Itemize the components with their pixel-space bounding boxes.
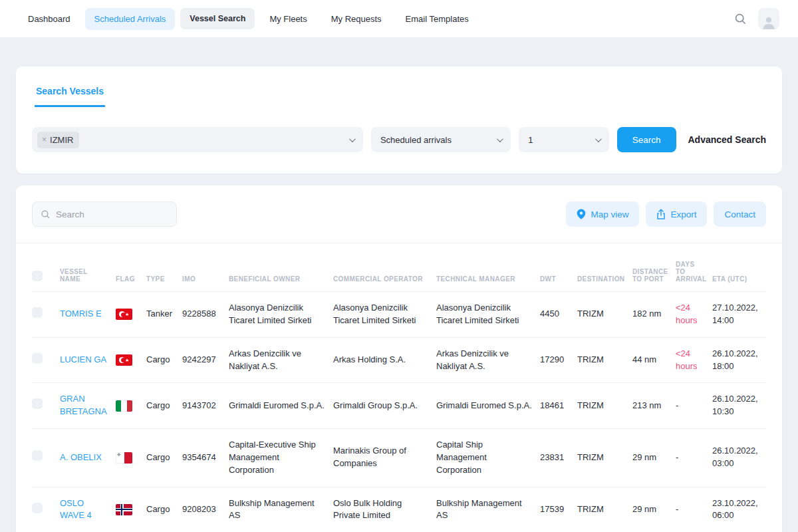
remove-tag-icon[interactable]: ×	[42, 135, 47, 144]
norway-flag-icon	[116, 504, 132, 515]
vessel-dwt: 17290	[540, 337, 577, 383]
table-row[interactable]: A. OBELIX Cargo 9354674 Capital-Executiv…	[32, 429, 766, 487]
technical-manager: Grimaldi Euromed S.p.A.	[436, 383, 540, 429]
search-button[interactable]: Search	[617, 127, 676, 152]
vessel-eta: 26.10.2022, 18:00	[712, 337, 766, 383]
vessel-eta: 23.10.2022, 06:00	[712, 487, 766, 532]
select-all-checkbox[interactable]	[32, 271, 43, 281]
vessel-dwt: 4450	[540, 292, 577, 338]
flag-detail	[116, 354, 132, 366]
row-checkbox[interactable]	[32, 503, 43, 513]
technical-manager: Alasonya Denizcilik Ticaret Limited Sirk…	[436, 292, 540, 338]
vessel-destination: TRIZM	[577, 337, 632, 383]
col-flag: Flag	[116, 246, 146, 292]
days-to-arrival: -	[676, 452, 678, 462]
beneficial-owner: Capital-Executive Ship Management Corpor…	[229, 429, 333, 487]
contact-button[interactable]: Contact	[714, 201, 766, 227]
italy-flag-icon	[116, 400, 132, 412]
top-navigation: Dashboard Scheduled Arrivals Vessel Sear…	[0, 0, 798, 38]
nav-item-email-templates[interactable]: Email Templates	[396, 8, 478, 30]
results-panel: Map view Export Contact Vessel Name Flag…	[16, 186, 782, 532]
technical-manager: Capital Ship Management Corporation	[436, 429, 540, 487]
contact-label: Contact	[724, 209, 755, 219]
vessel-name-link[interactable]: TOMRIS E	[60, 309, 102, 319]
table-header-row: Vessel Name Flag Type IMO Beneficial Own…	[32, 246, 766, 292]
vessel-eta: 27.10.2022, 14:00	[712, 292, 766, 338]
vessel-imo: 9143702	[182, 383, 229, 429]
search-icon[interactable]	[733, 11, 747, 26]
table-row[interactable]: OSLO WAVE 4 Cargo 9208203 Bulkship Manag…	[32, 487, 766, 532]
row-checkbox[interactable]	[32, 307, 43, 318]
flag-detail	[116, 452, 132, 464]
distance-to-port: 213 nm	[632, 383, 676, 429]
vessel-dwt: 23831	[540, 429, 577, 487]
user-avatar[interactable]	[758, 8, 779, 29]
col-commercial-operator: Commercial Operator	[333, 246, 436, 292]
table-search-input[interactable]	[56, 209, 168, 219]
map-view-button[interactable]: Map view	[566, 201, 639, 227]
vessel-imo: 9354674	[182, 429, 229, 487]
days-value: 1	[528, 135, 533, 145]
commercial-operator: Grimaldi Group S.p.A.	[333, 383, 436, 429]
col-eta: ETA (UTC)	[712, 246, 766, 292]
days-select[interactable]: 1	[519, 127, 608, 152]
vessel-type: Cargo	[146, 383, 182, 429]
col-vessel-name: Vessel Name	[60, 246, 116, 292]
nav-item-scheduled-arrivals[interactable]: Scheduled Arrivals	[85, 8, 176, 30]
tab-search-vessels[interactable]: Search Vessels	[35, 86, 105, 107]
chevron-down-icon	[349, 136, 356, 142]
table-row[interactable]: GRAN BRETAGNA Cargo 9143702 Grimaldi Eur…	[32, 383, 766, 429]
nav-item-my-requests[interactable]: My Requests	[322, 8, 391, 30]
vessel-type: Tanker	[146, 292, 182, 338]
distance-to-port: 29 nm	[632, 487, 676, 532]
col-days-to-arrival: Days to Arrival	[676, 246, 712, 292]
vessel-imo: 9228588	[182, 292, 229, 338]
vessel-destination: TRIZM	[577, 487, 632, 532]
port-tag-label: IZMIR	[50, 135, 73, 145]
col-dwt: DWT	[540, 246, 577, 292]
search-vessels-panel: Search Vessels × IZMIR Scheduled arrival…	[16, 66, 782, 174]
port-tag: × IZMIR	[37, 132, 79, 148]
distance-to-port: 29 nm	[632, 429, 676, 487]
vessel-destination: TRIZM	[577, 292, 632, 338]
table-row[interactable]: LUCIEN GA Cargo 9242297 Arkas Denizcilik…	[32, 337, 766, 383]
beneficial-owner: Arkas Denizcilik ve Nakliyat A.S.	[229, 337, 333, 383]
advanced-search-link[interactable]: Advanced Search	[688, 134, 767, 145]
col-imo: IMO	[182, 246, 229, 292]
port-filter-select[interactable]: × IZMIR	[32, 127, 363, 152]
vessel-name-link[interactable]: LUCIEN GA	[60, 354, 106, 364]
arrival-type-select[interactable]: Scheduled arrivals	[371, 127, 511, 152]
commercial-operator: Alasonya Denizcilik Ticaret Limited Sirk…	[333, 292, 436, 338]
vessel-name-link[interactable]: A. OBELIX	[60, 452, 102, 462]
nav-item-vessel-search[interactable]: Vessel Search	[180, 8, 255, 29]
vessel-imo: 9242297	[182, 337, 229, 383]
nav-item-dashboard[interactable]: Dashboard	[19, 8, 80, 30]
export-button[interactable]: Export	[646, 201, 707, 227]
distance-to-port: 44 nm	[632, 337, 676, 383]
vessel-name-link[interactable]: OSLO WAVE 4	[60, 498, 92, 521]
beneficial-owner: Bulkship Management AS	[229, 487, 333, 532]
divider	[16, 243, 782, 243]
technical-manager: Bulkship Management AS	[436, 487, 540, 532]
vessel-eta: 26.10.2022, 03:00	[712, 429, 766, 487]
table-row[interactable]: TOMRIS E Tanker 9228588 Alasonya Denizci…	[32, 292, 766, 338]
map-pin-icon	[577, 209, 586, 219]
search-icon	[41, 209, 51, 220]
vessel-name-link[interactable]: GRAN BRETAGNA	[60, 394, 107, 416]
vessel-dwt: 18461	[540, 383, 577, 429]
flag-detail	[116, 400, 132, 412]
vessels-table: Vessel Name Flag Type IMO Beneficial Own…	[32, 246, 766, 532]
turkey-flag-icon	[116, 354, 132, 366]
col-distance-to-port: Distance to Port	[632, 246, 676, 292]
beneficial-owner: Alasonya Denizcilik Ticaret Limited Sirk…	[229, 292, 333, 338]
row-checkbox[interactable]	[32, 353, 43, 364]
chevron-down-icon	[595, 136, 602, 142]
export-icon	[656, 209, 666, 219]
days-to-arrival: -	[676, 400, 678, 410]
row-checkbox[interactable]	[32, 398, 43, 409]
export-label: Export	[670, 209, 696, 219]
days-to-arrival: -	[676, 504, 678, 514]
row-checkbox[interactable]	[32, 450, 43, 461]
nav-item-my-fleets[interactable]: My Fleets	[260, 8, 316, 30]
vessel-destination: TRIZM	[577, 383, 632, 429]
